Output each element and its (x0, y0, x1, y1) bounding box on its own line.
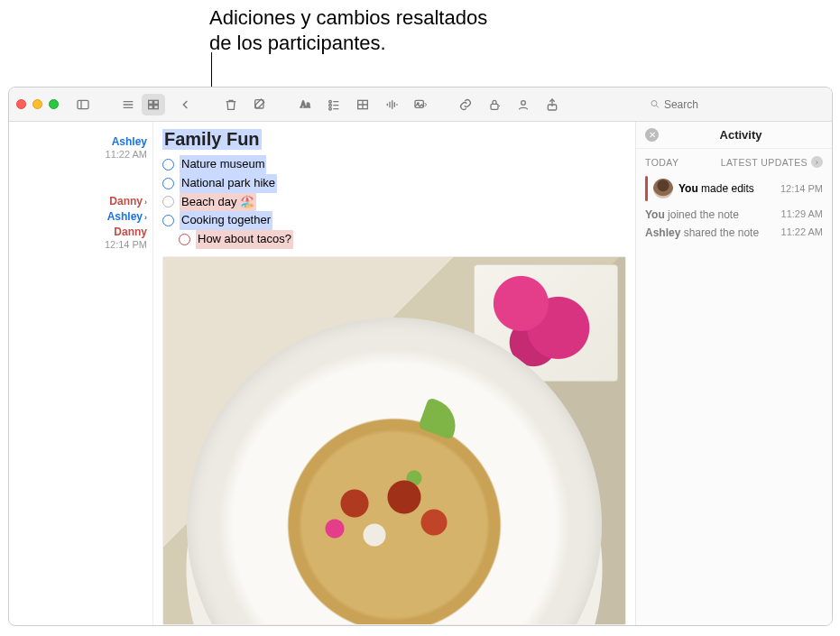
checklist-item[interactable]: Cooking together (162, 211, 626, 230)
chevron-right-icon: › (144, 213, 147, 222)
search-field[interactable] (644, 95, 825, 115)
lock-button[interactable] (483, 94, 506, 115)
svg-line-31 (656, 106, 658, 107)
checkbox-icon[interactable] (162, 196, 174, 207)
gutter-time: 12:14 PM (9, 239, 147, 251)
callout-text: Adiciones y cambios resaltados de los pa… (209, 5, 487, 55)
author-gutter: Ashley 11:22 AM Danny› Ashley› Danny 12:… (9, 122, 153, 625)
activity-panel: ✕ Activity TODAY LATEST UPDATES › You ma… (635, 122, 832, 625)
arrow-right-icon: › (811, 156, 823, 168)
svg-point-28 (522, 100, 526, 105)
checklist-text[interactable]: Cooking together (180, 211, 272, 230)
minimize-window-button[interactable] (32, 99, 42, 109)
svg-text:Aa: Aa (300, 100, 311, 109)
note-image[interactable] (162, 256, 626, 625)
table-button[interactable] (351, 94, 374, 115)
search-icon (650, 98, 660, 110)
checklist: Nature museum National park hike Beach d… (162, 155, 626, 249)
note-editor[interactable]: Family Fun Nature museum National park h… (153, 122, 635, 625)
checklist-text[interactable]: Beach day 🏖️ (180, 193, 256, 212)
sidebar-toggle-button[interactable] (71, 94, 95, 115)
gutter-entry: Ashley 11:22 AM (9, 136, 147, 160)
checklist-item[interactable]: How about tacos? (179, 230, 626, 249)
gutter-entry[interactable]: Ashley› (9, 211, 147, 224)
image-detail (295, 453, 494, 579)
today-label: TODAY (645, 157, 678, 168)
checklist-text[interactable]: Nature museum (180, 155, 266, 174)
toolbar: Aa (9, 88, 832, 122)
latest-label: LATEST UPDATES (721, 157, 808, 168)
callout-line-1: Adiciones y cambios resaltados (209, 5, 487, 31)
activity-subheader: TODAY LATEST UPDATES › (636, 149, 832, 171)
back-button[interactable] (174, 94, 198, 115)
activity-title: Activity (720, 128, 762, 142)
activity-row: You joined the note 11:29 AM (636, 206, 832, 224)
svg-point-13 (329, 104, 332, 106)
compose-button[interactable] (248, 94, 272, 115)
checklist-button[interactable] (322, 94, 346, 115)
checklist-text[interactable]: How about tacos? (196, 230, 293, 249)
checkbox-icon[interactable] (162, 215, 174, 226)
search-input[interactable] (664, 98, 819, 111)
fullscreen-window-button[interactable] (49, 99, 59, 109)
collaborate-button[interactable] (512, 94, 535, 115)
svg-point-30 (651, 101, 657, 106)
svg-rect-27 (491, 104, 498, 109)
activity-marker (645, 176, 648, 201)
svg-rect-0 (78, 100, 88, 108)
chevron-right-icon: › (144, 198, 147, 207)
window-controls (16, 99, 59, 109)
activity-row: Ashley shared the note 11:22 AM (636, 224, 832, 242)
gutter-entry[interactable]: Danny› (9, 196, 147, 208)
svg-rect-8 (154, 105, 159, 108)
app-window: Aa (8, 87, 833, 626)
share-button[interactable] (540, 94, 564, 115)
svg-rect-5 (149, 100, 153, 104)
checklist-item[interactable]: Nature museum (162, 155, 626, 174)
avatar (653, 179, 673, 198)
activity-time: 12:14 PM (780, 183, 823, 194)
checkbox-icon[interactable] (179, 234, 190, 245)
activity-row[interactable]: You made edits 12:14 PM (636, 171, 832, 206)
checklist-text[interactable]: National park hike (180, 174, 277, 193)
checkbox-icon[interactable] (162, 159, 174, 171)
gutter-name: Danny (114, 226, 147, 239)
close-window-button[interactable] (16, 99, 26, 109)
list-view-button[interactable] (116, 94, 140, 115)
svg-point-15 (329, 107, 332, 110)
activity-text: You made edits (678, 182, 775, 195)
audio-button[interactable] (380, 94, 403, 115)
latest-updates-button[interactable]: LATEST UPDATES › (721, 156, 823, 168)
window-body: Ashley 11:22 AM Danny› Ashley› Danny 12:… (9, 122, 832, 625)
activity-time: 11:29 AM (781, 208, 823, 221)
trash-button[interactable] (219, 94, 243, 115)
gutter-name: Ashley› (107, 211, 147, 224)
media-button[interactable] (409, 94, 432, 115)
gutter-entry: Danny 12:14 PM (9, 226, 147, 250)
checklist-item[interactable]: National park hike (162, 174, 626, 193)
gutter-name: Ashley (112, 136, 147, 149)
svg-rect-6 (154, 100, 159, 104)
checkbox-icon[interactable] (162, 178, 174, 189)
callout-line-2: de los participantes. (209, 31, 487, 56)
gutter-time: 11:22 AM (9, 149, 147, 161)
checklist-item[interactable]: Beach day 🏖️ (162, 193, 626, 212)
format-button[interactable]: Aa (293, 94, 317, 115)
gutter-name: Danny› (109, 196, 147, 208)
svg-point-11 (329, 100, 332, 103)
note-title[interactable]: Family Fun (162, 129, 262, 150)
svg-rect-7 (149, 105, 153, 108)
link-button[interactable] (454, 94, 477, 115)
close-activity-button[interactable]: ✕ (645, 128, 659, 142)
activity-time: 11:22 AM (781, 226, 823, 239)
activity-header: ✕ Activity (636, 122, 832, 149)
gallery-view-button[interactable] (142, 94, 165, 115)
